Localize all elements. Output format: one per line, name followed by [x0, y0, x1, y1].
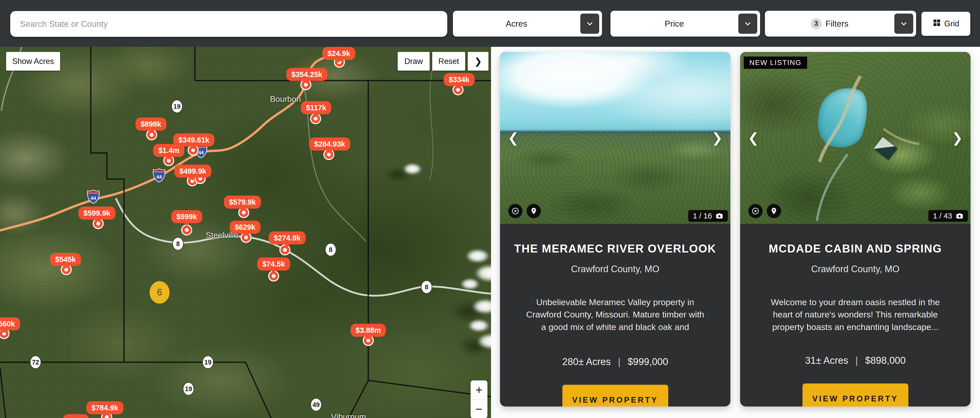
photo-next-icon[interactable]: ❯	[951, 130, 963, 145]
video-tour-icon[interactable]	[508, 204, 522, 218]
interstate-shield-icon: 44	[87, 190, 100, 205]
photo-next-icon[interactable]: ❯	[711, 130, 723, 145]
photo-count-badge: 1 / 16	[688, 210, 728, 222]
zoom-out-button[interactable]: −	[471, 400, 487, 418]
property-description: Unbelievable Meramec Valley property in …	[524, 296, 706, 334]
price-marker-bubble[interactable]: $24.9k	[323, 47, 355, 60]
view-property-button[interactable]: VIEW PROPERTY	[562, 385, 668, 407]
property-card[interactable]: NEW LISTING ❮ ❯ 1 / 43 MCDADE CABIN	[740, 52, 970, 407]
town-label: Bourbon	[270, 94, 301, 104]
town-label: Viburnum	[331, 412, 366, 418]
photo-icon-row	[508, 204, 541, 218]
price-marker-bubble[interactable]: $354.25k	[286, 68, 328, 81]
photo-detail-layer	[740, 52, 970, 224]
new-listing-badge: NEW LISTING	[744, 57, 807, 69]
collapse-panel-chevron-button[interactable]: ❯	[468, 52, 488, 70]
photo-count-label: 1 / 43	[933, 212, 952, 220]
route-shield: 49	[310, 398, 322, 412]
property-price: $898,000	[865, 355, 906, 366]
property-meta: 31± Acres | $898,000	[740, 355, 970, 366]
property-meta: 280± Acres | $999,000	[500, 356, 730, 367]
property-title: THE MERAMEC RIVER OVERLOOK	[500, 242, 730, 255]
map-pin-icon[interactable]	[527, 204, 541, 218]
grid-view-button[interactable]: Grid	[921, 12, 970, 36]
price-marker-bubble[interactable]: $999k	[171, 210, 202, 223]
zoom-in-button[interactable]: +	[471, 380, 487, 399]
price-marker-bubble[interactable]: $784.9k	[86, 401, 124, 415]
show-acres-button[interactable]: Show Acres	[6, 52, 60, 70]
price-marker-bubble[interactable]: $499.9k	[174, 165, 212, 178]
route-shield: 8	[172, 237, 184, 250]
price-marker-bubble[interactable]: $334k	[444, 73, 475, 86]
chevron-down-icon[interactable]	[894, 14, 913, 34]
camera-icon	[956, 212, 963, 220]
dropdown-acres[interactable]: Acres	[453, 11, 602, 37]
draw-button[interactable]: Draw	[398, 52, 430, 70]
grid-view-label: Grid	[944, 19, 959, 29]
price-marker-bubble[interactable]: $74.5k	[257, 258, 290, 271]
route-shield: 8	[421, 280, 432, 294]
search-input[interactable]	[10, 11, 447, 37]
route-shield: 72	[30, 356, 41, 369]
property-card[interactable]: ❮ ❯ 1 / 16 THE MERAMEC RIVER OVERLOOK	[500, 52, 730, 407]
interstate-shield-icon: 44	[153, 168, 166, 183]
dropdown-price[interactable]: Price	[611, 11, 760, 37]
results-panel: ❮ ❯ 1 / 16 THE MERAMEC RIVER OVERLOOK	[491, 47, 980, 418]
topbar: Acres Price 3 Filters	[0, 0, 980, 47]
price-pin[interactable]	[182, 226, 191, 235]
property-title: MCDADE CABIN AND SPRING	[740, 242, 970, 255]
map-zoom-control: + −	[471, 380, 487, 418]
map-pin-icon[interactable]	[767, 204, 781, 218]
route-shield: 19	[171, 100, 183, 113]
chevron-down-icon[interactable]	[580, 14, 599, 34]
dropdown-filters[interactable]: 3 Filters	[765, 11, 916, 37]
meta-separator: |	[856, 355, 858, 366]
property-photo: ❮ ❯ 1 / 16	[500, 52, 730, 224]
price-marker-bubble[interactable]: $3.88m	[351, 324, 386, 337]
meta-separator: |	[618, 356, 620, 367]
dropdown-filters-inner: 3 Filters	[811, 18, 870, 29]
dropdown-acres-label: Acres	[506, 19, 549, 29]
property-photo: NEW LISTING ❮ ❯ 1 / 43	[740, 52, 970, 224]
view-property-button[interactable]: VIEW PROPERTY	[802, 383, 908, 407]
photo-count-badge: 1 / 43	[928, 210, 968, 222]
price-marker-bubble[interactable]: $599.9k	[78, 207, 116, 220]
property-location: Crawford County, MO	[740, 264, 970, 274]
price-marker-bubble[interactable]: $898k	[135, 118, 167, 131]
filters-count-badge: 3	[811, 18, 822, 29]
property-acreage: 31± Acres	[805, 355, 848, 366]
photo-count-label: 1 / 16	[693, 212, 712, 220]
price-marker-bubble[interactable]: $560k	[0, 317, 20, 330]
property-location: Crawford County, MO	[500, 264, 730, 274]
price-marker-bubble[interactable]: $629k	[230, 221, 261, 234]
property-card-body: MCDADE CABIN AND SPRING Crawford County,…	[740, 242, 970, 407]
video-tour-icon[interactable]	[748, 204, 763, 218]
property-price: $999,000	[628, 356, 668, 367]
property-card-body: THE MERAMEC RIVER OVERLOOK Crawford Coun…	[500, 242, 730, 407]
chevron-down-icon[interactable]	[738, 14, 757, 34]
svg-text:44: 44	[156, 174, 162, 180]
grid-icon	[932, 18, 941, 29]
cluster-marker[interactable]: 6	[150, 281, 170, 304]
photo-icon-row	[748, 204, 781, 218]
svg-text:44: 44	[91, 195, 96, 201]
dropdown-price-label: Price	[665, 19, 706, 29]
price-marker-bubble[interactable]: $284.93k	[309, 138, 350, 151]
price-marker-bubble[interactable]: $579.9k	[224, 196, 261, 209]
svg-text:44: 44	[198, 150, 204, 155]
photo-prev-icon[interactable]: ❮	[508, 130, 519, 145]
map[interactable]: BourbonSteelvilleViburnum198887219194944…	[0, 47, 491, 418]
dropdown-filters-label: Filters	[826, 19, 848, 29]
map-marker-layer: BourbonSteelvilleViburnum198887219194944…	[0, 47, 491, 418]
price-marker-bubble[interactable]	[63, 414, 89, 418]
price-marker-bubble[interactable]: $117k	[301, 101, 331, 114]
photo-prev-icon[interactable]: ❮	[748, 130, 759, 145]
route-shield: 19	[202, 356, 213, 369]
app-root: Acres Price 3 Filters	[0, 0, 980, 418]
price-marker-bubble[interactable]: $1.4m	[153, 144, 185, 157]
property-acreage: 280± Acres	[562, 356, 611, 367]
reset-button[interactable]: Reset	[432, 52, 465, 70]
price-marker-bubble[interactable]: $545k	[50, 253, 81, 266]
price-marker-bubble[interactable]: $274.9k	[269, 231, 306, 244]
property-description: Welcome to your dream oasis nestled in t…	[764, 296, 946, 333]
